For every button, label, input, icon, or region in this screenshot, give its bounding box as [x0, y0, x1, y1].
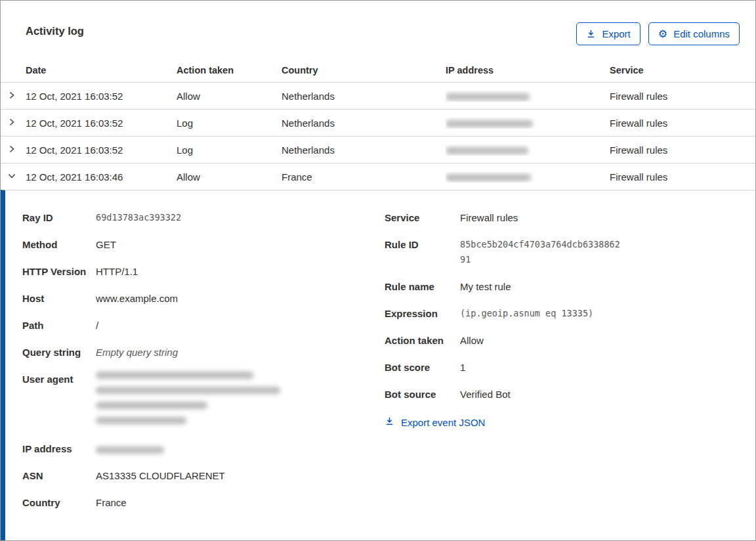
detail-field-user-agent: User agent [22, 372, 368, 432]
field-label: Expression [385, 306, 460, 321]
field-label: Rule ID [385, 237, 460, 267]
detail-field-rule-name: Rule name My test rule [385, 279, 740, 294]
detail-field-action-taken: Action taken Allow [385, 333, 740, 348]
column-header-date: Date [26, 65, 177, 76]
field-label: Rule name [385, 279, 460, 294]
activity-log-panel: Activity log Export ⚙ Edit columns Date … [0, 0, 756, 541]
detail-field-host: Host www.example.com [22, 291, 368, 306]
expand-row-button[interactable] [1, 118, 26, 129]
event-detail-panel: Ray ID 69d13783ac393322 Method GET HTTP … [1, 190, 755, 540]
cell-ip-address-redacted [446, 118, 610, 129]
collapse-row-button[interactable] [1, 171, 26, 183]
cell-date: 12 Oct, 2021 16:03:52 [26, 144, 177, 156]
field-value: 85bce5b204cf4703a764dcb633886291 [460, 237, 623, 267]
detail-field-service: Service Firewall rules [385, 210, 740, 225]
field-label: Ray ID [22, 210, 96, 225]
detail-field-http-version: HTTP Version HTTP/1.1 [22, 264, 368, 279]
field-value: Empty query string [96, 345, 178, 360]
detail-field-expression: Expression (ip.geoip.asnum eq 13335) [385, 306, 740, 321]
field-label: HTTP Version [22, 264, 96, 279]
field-label: IP address [22, 441, 96, 456]
toolbar-actions: Export ⚙ Edit columns [576, 22, 740, 45]
field-label: Method [22, 237, 96, 252]
field-label: Service [385, 210, 460, 225]
table-row[interactable]: 12 Oct, 2021 16:03:52 Allow Netherlands … [1, 82, 755, 109]
cell-country: France [282, 171, 446, 183]
detail-field-bot-source: Bot source Verified Bot [385, 387, 740, 402]
field-value-redacted [96, 441, 164, 456]
download-icon [586, 29, 596, 39]
chevron-right-icon [7, 118, 16, 129]
page-title: Activity log [26, 22, 84, 37]
cell-service: Firewall rules [610, 91, 755, 102]
field-value: Firewall rules [460, 210, 518, 225]
field-label: Query string [22, 345, 96, 360]
edit-columns-button[interactable]: ⚙ Edit columns [648, 22, 740, 45]
chevron-right-icon [7, 144, 16, 156]
detail-field-ray-id: Ray ID 69d13783ac393322 [22, 210, 368, 225]
field-value: France [96, 495, 127, 510]
field-value: 1 [460, 360, 465, 375]
table-row[interactable]: 12 Oct, 2021 16:03:52 Log Netherlands Fi… [1, 136, 755, 163]
column-header-service: Service [610, 65, 755, 76]
chevron-down-icon [7, 171, 16, 183]
cell-action-taken: Allow [177, 91, 282, 102]
cell-action-taken: Log [177, 144, 282, 156]
chevron-right-icon [7, 91, 16, 102]
field-value: Allow [460, 333, 484, 348]
field-value: GET [96, 237, 116, 252]
table-row-expanded[interactable]: 12 Oct, 2021 16:03:46 Allow France Firew… [1, 163, 755, 190]
field-value-redacted [96, 372, 280, 432]
cell-country: Netherlands [282, 144, 446, 156]
export-button-label: Export [602, 28, 630, 39]
detail-field-asn: ASN AS13335 CLOUDFLARENET [22, 468, 368, 483]
detail-field-country: Country France [22, 495, 368, 510]
cell-country: Netherlands [282, 91, 446, 102]
field-value: AS13335 CLOUDFLARENET [96, 468, 225, 483]
gear-icon: ⚙ [658, 29, 667, 39]
field-label: Bot score [385, 360, 460, 375]
detail-field-query-string: Query string Empty query string [22, 345, 368, 360]
field-label: User agent [22, 372, 96, 432]
download-icon [385, 415, 394, 430]
expand-row-button[interactable] [1, 144, 26, 156]
table-header: Date Action taken Country IP address Ser… [1, 58, 755, 82]
cell-date: 12 Oct, 2021 16:03:46 [26, 171, 177, 183]
export-button[interactable]: Export [576, 22, 640, 45]
cell-service: Firewall rules [610, 144, 755, 156]
field-label: Bot source [385, 387, 460, 402]
column-header-country: Country [282, 65, 446, 76]
cell-country: Netherlands [282, 118, 446, 129]
cell-date: 12 Oct, 2021 16:03:52 [26, 118, 177, 129]
topbar: Activity log Export ⚙ Edit columns [1, 1, 755, 58]
export-event-json-label: Export event JSON [401, 415, 485, 430]
column-header-action-taken: Action taken [177, 65, 282, 76]
field-label: ASN [22, 468, 96, 483]
detail-field-path: Path / [22, 318, 368, 333]
field-label: Action taken [385, 333, 460, 348]
table-row[interactable]: 12 Oct, 2021 16:03:52 Log Netherlands Fi… [1, 109, 755, 136]
cell-ip-address-redacted [446, 144, 610, 156]
detail-field-ip-address: IP address [22, 441, 368, 456]
field-label: Host [22, 291, 96, 306]
field-value: (ip.geoip.asnum eq 13335) [460, 306, 593, 321]
detail-field-rule-id: Rule ID 85bce5b204cf4703a764dcb633886291 [385, 237, 740, 267]
cell-ip-address-redacted [446, 171, 610, 183]
detail-right-column: Service Firewall rules Rule ID 85bce5b20… [368, 210, 740, 540]
field-value: www.example.com [96, 291, 178, 306]
cell-service: Firewall rules [610, 118, 755, 129]
detail-field-bot-score: Bot score 1 [385, 360, 740, 375]
detail-left-column: Ray ID 69d13783ac393322 Method GET HTTP … [22, 210, 368, 540]
export-event-json-link[interactable]: Export event JSON [385, 415, 485, 430]
cell-service: Firewall rules [610, 171, 755, 183]
field-value: 69d13783ac393322 [96, 210, 181, 225]
field-value: My test rule [460, 279, 511, 294]
field-value: HTTP/1.1 [96, 264, 138, 279]
cell-date: 12 Oct, 2021 16:03:52 [26, 91, 177, 102]
cell-action-taken: Log [177, 118, 282, 129]
detail-field-method: Method GET [22, 237, 368, 252]
expand-row-button[interactable] [1, 91, 26, 102]
field-value: Verified Bot [460, 387, 511, 402]
field-label: Country [22, 495, 96, 510]
cell-ip-address-redacted [446, 91, 610, 102]
